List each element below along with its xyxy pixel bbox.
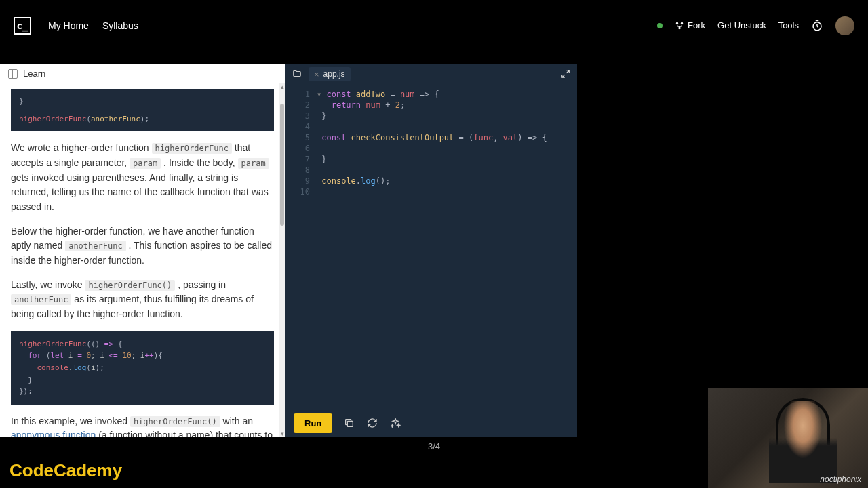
fork-icon: [675, 21, 684, 30]
avatar[interactable]: [835, 16, 854, 35]
svg-point-2: [679, 27, 680, 28]
code-example-2: higherOrderFunc(() => { for (let i = 0; …: [11, 331, 274, 405]
page-counter: 3/4: [428, 441, 440, 451]
sparkle-icon[interactable]: [389, 417, 401, 429]
learn-tab-label: Learn: [23, 68, 45, 79]
inline-code: param: [130, 158, 161, 169]
file-name: app.js: [323, 69, 345, 79]
lesson-panel: Learn } higherOrderFunc(anotherFunc); We…: [0, 64, 285, 437]
inline-code: higherOrderFunc(): [130, 416, 220, 427]
scroll-up-icon[interactable]: ▴: [279, 83, 285, 90]
logo[interactable]: c_: [14, 17, 31, 35]
line-gutter: 1 2 3 4 5 6 7 8 9 10: [285, 89, 317, 403]
fork-button[interactable]: Fork: [675, 20, 705, 30]
timer-icon[interactable]: [811, 20, 823, 32]
main-area: Learn } higherOrderFunc(anotherFunc); We…: [0, 64, 868, 437]
editor-toolbar: Run: [285, 409, 577, 437]
file-tab[interactable]: × app.js: [309, 67, 351, 81]
refresh-icon[interactable]: [366, 417, 378, 429]
lesson-content: } higherOrderFunc(anotherFunc); We wrote…: [0, 83, 285, 437]
svg-rect-4: [348, 421, 353, 426]
app-header: c_ My Home Syllabus Fork Get Unstuck Too…: [0, 0, 868, 51]
lesson-paragraph: Below the higher-order function, we have…: [11, 224, 274, 268]
brand-watermark: CodeCademy: [9, 460, 122, 481]
connection-status-icon: [657, 23, 663, 28]
book-icon: [8, 69, 18, 79]
webcam-overlay: noctiphonix: [708, 388, 868, 488]
inline-code: higherOrderFunc(): [85, 280, 175, 291]
lesson-paragraph: In this example, we invoked higherOrderF…: [11, 414, 274, 437]
inline-code: anotherFunc: [65, 241, 125, 251]
scrollbar-thumb[interactable]: [280, 104, 284, 226]
svg-point-0: [676, 22, 677, 24]
anonymous-function-link[interactable]: anonymous function: [11, 430, 96, 437]
close-icon[interactable]: ×: [314, 69, 319, 79]
code-content[interactable]: ▾ const addTwo = num => { return num + 2…: [317, 89, 577, 403]
lesson-paragraph: We wrote a higher-order function higherO…: [11, 141, 274, 214]
person-silhouette: [769, 401, 837, 483]
inline-code: higherOrderFunc: [152, 143, 232, 154]
fork-label: Fork: [688, 20, 705, 30]
code-example-1: } higherOrderFunc(anotherFunc);: [11, 89, 274, 131]
header-right: Fork Get Unstuck Tools: [657, 16, 854, 35]
expand-icon[interactable]: [561, 69, 570, 79]
folder-icon[interactable]: [292, 69, 302, 79]
editor-panel: × app.js 1 2 3 4 5 6 7 8 9 10 ▾ const ad…: [285, 64, 577, 437]
inline-code: anotherFunc: [11, 294, 71, 305]
copy-icon[interactable]: [343, 417, 355, 429]
run-button[interactable]: Run: [294, 413, 332, 433]
learn-tab[interactable]: Learn: [0, 64, 285, 83]
code-editor[interactable]: 1 2 3 4 5 6 7 8 9 10 ▾ const addTwo = nu…: [285, 83, 577, 409]
webcam-username: noctiphonix: [820, 474, 861, 484]
lesson-scrollbar[interactable]: ▴ ▾: [279, 83, 285, 437]
tools-button[interactable]: Tools: [778, 20, 799, 30]
lesson-paragraph: Lastly, we invoke higherOrderFunc() , pa…: [11, 278, 274, 322]
get-unstuck-button[interactable]: Get Unstuck: [717, 20, 766, 30]
svg-point-1: [681, 22, 682, 24]
nav-syllabus[interactable]: Syllabus: [102, 20, 138, 31]
nav-my-home[interactable]: My Home: [48, 20, 89, 31]
output-panel: [577, 64, 868, 437]
inline-code: param: [238, 158, 269, 169]
logo-text: c_: [17, 20, 28, 31]
scroll-down-icon[interactable]: ▾: [279, 430, 285, 437]
editor-header: × app.js: [285, 64, 577, 83]
